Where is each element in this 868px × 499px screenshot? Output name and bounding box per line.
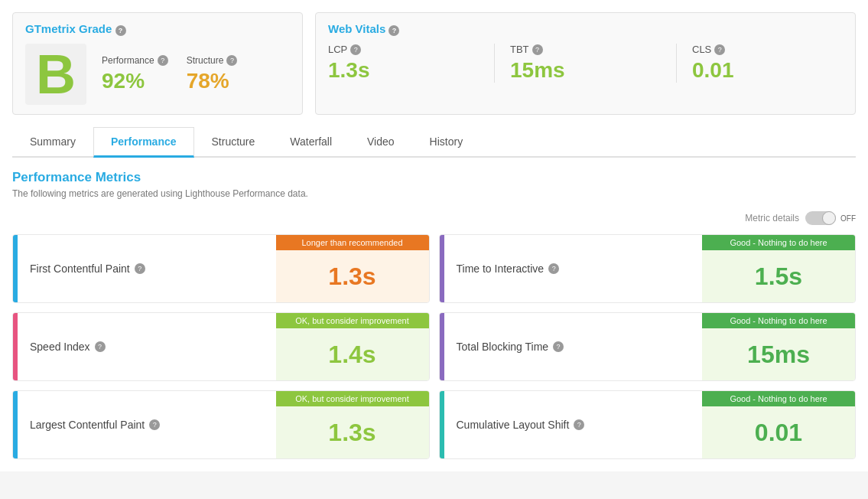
tbt-name: Total Blocking Time ? [457, 341, 564, 353]
lcp-help-icon2[interactable]: ? [149, 419, 160, 430]
structure-metric: Structure ? 78% [187, 55, 238, 93]
tti-name: Time to Interactive ? [457, 263, 560, 275]
metric-fcp: First Contentful Paint ? Longer than rec… [12, 234, 430, 303]
tab-performance[interactable]: Performance [93, 127, 194, 158]
metric-cls: Cumulative Layout Shift ? Good - Nothing… [439, 390, 857, 459]
structure-label: Structure ? [187, 55, 238, 66]
cls-value: 0.01 [702, 406, 855, 458]
metrics-grid: First Contentful Paint ? Longer than rec… [12, 234, 856, 459]
tbt-result: Good - Nothing to do here 15ms [702, 313, 855, 380]
performance-label: Performance ? [102, 55, 168, 66]
vitals-card-title: Web Vitals ? [328, 22, 843, 36]
vital-tbt-label: TBT ? [510, 44, 661, 55]
tti-value: 1.5s [702, 250, 855, 302]
tab-summary[interactable]: Summary [12, 127, 93, 158]
si-result: OK, but consider improvement 1.4s [276, 313, 429, 380]
si-value: 1.4s [276, 328, 429, 380]
structure-help-icon[interactable]: ? [226, 55, 237, 66]
grade-help-icon[interactable]: ? [115, 25, 126, 36]
structure-value: 78% [187, 69, 238, 93]
performance-section-title: Performance Metrics [12, 170, 856, 185]
lcp-result: OK, but consider improvement 1.3s [276, 391, 429, 458]
fcp-status: Longer than recommended [276, 235, 429, 250]
lcp-status: OK, but consider improvement [276, 391, 429, 406]
tbt-help-icon[interactable]: ? [532, 44, 543, 55]
tti-help-icon[interactable]: ? [548, 263, 559, 274]
lcp-name-section: Largest Contentful Paint ? [18, 391, 276, 458]
vital-cls: CLS ? 0.01 [692, 44, 843, 83]
metric-si: Speed Index ? OK, but consider improveme… [12, 312, 430, 381]
grade-content: B Performance ? 92% Structure ? [25, 44, 290, 105]
cls-name-section: Cumulative Layout Shift ? [444, 391, 703, 458]
tab-video[interactable]: Video [349, 127, 412, 158]
vital-lcp: LCP ? 1.3s [328, 44, 495, 83]
vitals-card: Web Vitals ? LCP ? 1.3s TBT ? 15ms [315, 12, 856, 115]
si-help-icon[interactable]: ? [95, 341, 106, 352]
tbt-help-icon[interactable]: ? [553, 341, 564, 352]
metric-details-row: Metric details OFF [12, 211, 856, 225]
si-status: OK, but consider improvement [276, 313, 429, 328]
tbt-name-section: Total Blocking Time ? [444, 313, 703, 380]
metric-details-toggle[interactable] [805, 211, 836, 225]
vital-cls-label: CLS ? [692, 44, 843, 55]
metric-tbt: Total Blocking Time ? Good - Nothing to … [439, 312, 857, 381]
fcp-name-section: First Contentful Paint ? [18, 235, 276, 302]
si-name: Speed Index ? [30, 341, 106, 353]
performance-subtitle: The following metrics are generated usin… [12, 188, 856, 199]
performance-help-icon[interactable]: ? [158, 55, 168, 66]
tti-result: Good - Nothing to do here 1.5s [702, 235, 855, 302]
cls-status: Good - Nothing to do here [702, 391, 855, 406]
cls-help-icon[interactable]: ? [714, 44, 725, 55]
tti-name-section: Time to Interactive ? [444, 235, 703, 302]
fcp-help-icon[interactable]: ? [135, 263, 145, 274]
vital-lcp-value: 1.3s [328, 58, 479, 83]
tab-history[interactable]: History [412, 127, 481, 158]
tab-bar: Summary Performance Structure Waterfall … [12, 127, 856, 158]
grade-title-text: GTmetrix Grade [25, 22, 112, 35]
fcp-name: First Contentful Paint ? [30, 263, 145, 275]
toggle-off-label: OFF [840, 214, 856, 223]
fcp-value: 1.3s [276, 250, 429, 302]
cls-result: Good - Nothing to do here 0.01 [702, 391, 855, 458]
vital-lcp-label: LCP ? [328, 44, 479, 55]
toggle-knob [822, 211, 836, 225]
si-name-section: Speed Index ? [18, 313, 276, 380]
tbt-value: 15ms [702, 328, 855, 380]
lcp-help-icon[interactable]: ? [350, 44, 361, 55]
vitals-help-icon[interactable]: ? [388, 25, 399, 36]
grade-metrics: Performance ? 92% Structure ? 78% [102, 55, 237, 93]
tab-structure[interactable]: Structure [194, 127, 273, 158]
fcp-result: Longer than recommended 1.3s [276, 235, 429, 302]
lcp-name: Largest Contentful Paint ? [30, 419, 160, 431]
tti-status: Good - Nothing to do here [702, 235, 855, 250]
grade-card-title: GTmetrix Grade ? [25, 22, 290, 36]
grade-letter: B [25, 44, 86, 105]
grade-card: GTmetrix Grade ? B Performance ? 92% [12, 12, 303, 115]
performance-section: Performance Metrics The following metric… [12, 170, 856, 459]
vital-tbt: TBT ? 15ms [510, 44, 677, 83]
top-section: GTmetrix Grade ? B Performance ? 92% [12, 12, 856, 115]
metric-tti: Time to Interactive ? Good - Nothing to … [439, 234, 857, 303]
main-container: GTmetrix Grade ? B Performance ? 92% [0, 0, 868, 471]
cls-name: Cumulative Layout Shift ? [457, 419, 585, 431]
performance-value: 92% [102, 69, 168, 93]
lcp-value: 1.3s [276, 406, 429, 458]
cls-help-icon2[interactable]: ? [574, 419, 584, 430]
tbt-status: Good - Nothing to do here [702, 313, 855, 328]
metric-details-label: Metric details [745, 213, 799, 223]
vital-cls-value: 0.01 [692, 58, 843, 83]
metric-lcp: Largest Contentful Paint ? OK, but consi… [12, 390, 430, 459]
vital-tbt-value: 15ms [510, 58, 661, 83]
vitals-content: LCP ? 1.3s TBT ? 15ms CLS ? [328, 44, 843, 83]
tab-waterfall[interactable]: Waterfall [272, 127, 349, 158]
performance-metric: Performance ? 92% [102, 55, 168, 93]
